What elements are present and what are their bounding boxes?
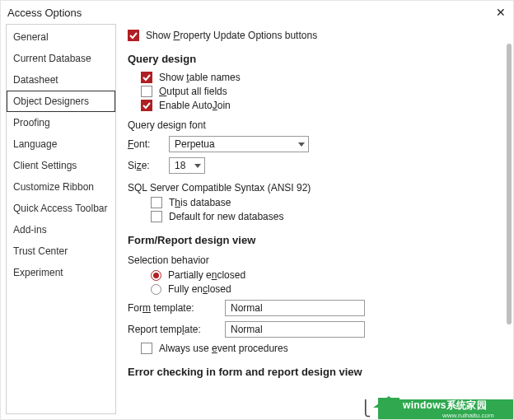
row-fully-enclosed: Fully enclosed Fully enclosed xyxy=(151,283,498,295)
section-query-design: Query design xyxy=(128,53,498,65)
decorative-bracket: ⎩ xyxy=(360,399,371,418)
sidebar-item-datasheet[interactable]: Datasheet xyxy=(7,69,115,91)
radio-fully-enclosed[interactable] xyxy=(151,284,161,295)
sidebar-item-label: Datasheet xyxy=(13,74,58,86)
sidebar-item-current-database[interactable]: Current Database xyxy=(7,48,115,69)
sidebar-item-label: Current Database xyxy=(13,53,91,64)
sidebar-item-label: General xyxy=(13,31,49,43)
checkbox-show-table-names[interactable] xyxy=(141,72,152,83)
content-pane: Show Property Update Options buttons Sho… xyxy=(121,24,513,419)
label-report-template: Report template: xyxy=(128,324,218,335)
input-report-template-value: Normal xyxy=(231,324,263,335)
subhead-ansi92: SQL Server Compatible Syntax (ANSI 92) xyxy=(128,182,498,194)
label-partially-enclosed: Partially enclosed xyxy=(168,269,245,281)
input-form-template-value: Normal xyxy=(231,302,263,314)
sidebar-item-label: Object Designers xyxy=(13,96,89,107)
label-output-all-fields: Output all fields xyxy=(159,86,227,97)
select-size[interactable]: 18 xyxy=(169,157,205,174)
checkbox-output-all-fields[interactable] xyxy=(141,86,152,97)
sidebar-item-label: Language xyxy=(13,138,57,150)
label-always-event-proc: Always use event procedures xyxy=(159,343,288,354)
subhead-query-font: Query design font xyxy=(128,119,498,131)
label-font: Font: xyxy=(128,138,162,150)
close-icon: ✕ xyxy=(496,6,506,19)
scrollbar-thumb[interactable] xyxy=(507,44,512,324)
content-inner: Show Property Update Options buttons Sho… xyxy=(128,27,498,385)
row-font: Font: Font: Perpetua xyxy=(128,136,498,152)
label-size: Size: xyxy=(128,160,162,171)
label-enable-autojoin: Enable AutoJoin xyxy=(159,100,231,111)
sidebar-item-add-ins[interactable]: Add-ins xyxy=(7,219,115,240)
row-partially-enclosed: Partially enclosed Partially enclosed xyxy=(151,269,498,281)
row-enable-autojoin: Enable AutoJoin Enable AutoJoin xyxy=(141,100,498,111)
row-show-table-names: Show table names Show table names xyxy=(141,72,498,83)
label-this-database: This database xyxy=(169,197,231,208)
title-bar: Access Options ✕ xyxy=(1,1,513,24)
sidebar-item-label: Proofing xyxy=(13,117,50,128)
chevron-down-icon xyxy=(194,164,201,168)
select-font-value: Perpetua xyxy=(175,138,215,150)
sidebar-item-proofing[interactable]: Proofing xyxy=(7,112,115,133)
sidebar-item-quick-access-toolbar[interactable]: Quick Access Toolbar xyxy=(7,198,115,219)
row-size: Size: Size: 18 xyxy=(128,157,498,174)
checkbox-show-property-update[interactable] xyxy=(128,30,139,41)
sidebar-item-label: Quick Access Toolbar xyxy=(13,203,108,214)
sidebar-item-experiment[interactable]: Experiment xyxy=(7,262,115,283)
checkbox-this-database[interactable] xyxy=(151,197,162,208)
check-icon xyxy=(129,31,138,40)
input-report-template[interactable]: Normal xyxy=(225,321,365,338)
label-default-new-db: Default for new databases xyxy=(169,211,283,222)
sidebar-item-label: Add-ins xyxy=(13,224,47,236)
label-form-template: Form template: xyxy=(128,302,218,314)
checkbox-always-event-proc[interactable] xyxy=(141,343,152,354)
sidebar-item-label: Client Settings xyxy=(13,160,77,171)
row-report-template: Report template: Report template: Normal xyxy=(128,321,498,338)
close-button[interactable]: ✕ xyxy=(495,7,507,18)
sidebar-item-label: Trust Center xyxy=(13,245,68,257)
sidebar-item-label: Experiment xyxy=(13,267,63,278)
section-error-checking: Error checking in form and report design… xyxy=(128,366,498,378)
sidebar-item-language[interactable]: Language xyxy=(7,133,115,155)
check-icon xyxy=(143,101,151,110)
radio-partially-enclosed[interactable] xyxy=(151,270,161,281)
row-output-all-fields: Output all fields Output all fields xyxy=(141,86,498,97)
checkbox-enable-autojoin[interactable] xyxy=(141,100,152,111)
section-form-report: Form/Report design view xyxy=(128,234,498,246)
row-show-property-update: Show Property Update Options buttons Sho… xyxy=(128,30,498,41)
sidebar-item-trust-center[interactable]: Trust Center xyxy=(7,240,115,262)
input-form-template[interactable]: Normal xyxy=(225,300,365,316)
window-body: General Current Database Datasheet Objec… xyxy=(1,24,513,419)
row-always-event-proc: Always use event procedures Always use e… xyxy=(141,343,498,354)
label-show-table-names: Show table names xyxy=(159,72,241,83)
checkbox-default-new-db[interactable] xyxy=(151,211,162,222)
sidebar-item-general[interactable]: General xyxy=(7,26,115,48)
access-options-window: Access Options ✕ General Current Databas… xyxy=(0,0,514,420)
sidebar-item-client-settings[interactable]: Client Settings xyxy=(7,155,115,176)
vertical-scrollbar[interactable] xyxy=(505,44,512,394)
subhead-selection-behavior: Selection behavior xyxy=(128,254,498,266)
row-form-template: Form template: Form template: Normal xyxy=(128,300,498,316)
sidebar-item-customize-ribbon[interactable]: Customize Ribbon xyxy=(7,176,115,198)
sidebar-item-object-designers[interactable]: Object Designers xyxy=(7,91,115,112)
category-sidebar: General Current Database Datasheet Objec… xyxy=(6,24,116,414)
label-show-property-update: Show Property Update Options buttons xyxy=(146,30,317,41)
select-size-value: 18 xyxy=(175,160,185,171)
chevron-down-icon xyxy=(298,142,305,147)
select-font[interactable]: Perpetua xyxy=(169,136,309,152)
label-fully-enclosed: Fully enclosed xyxy=(168,283,231,295)
sidebar-item-label: Customize Ribbon xyxy=(13,181,94,193)
row-default-new-db: Default for new databases xyxy=(151,211,498,222)
check-icon xyxy=(143,73,151,82)
row-this-database: This database This database xyxy=(151,197,498,208)
window-title: Access Options xyxy=(7,7,495,19)
